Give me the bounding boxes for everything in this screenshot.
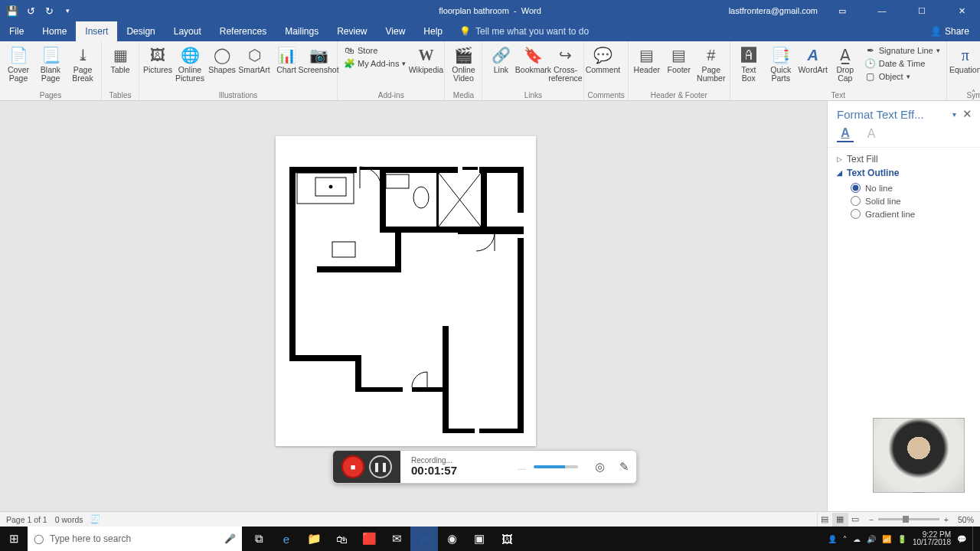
qat-more-icon[interactable]: ▾ bbox=[60, 3, 75, 18]
webcam-toggle-icon[interactable]: ◎ bbox=[590, 458, 609, 476]
screen-recorder-toolbar[interactable]: ■ ❚❚ Recording... 00:01:57 .... ◎ ✎ bbox=[332, 450, 637, 484]
bookmark-button[interactable]: 🔖Bookmark bbox=[518, 43, 548, 74]
close-icon[interactable]: ✕ bbox=[946, 0, 977, 21]
battery-icon[interactable]: 🔋 bbox=[897, 535, 906, 543]
panel-close-icon[interactable]: ✕ bbox=[962, 107, 972, 121]
webcam-preview[interactable] bbox=[873, 418, 965, 493]
file-explorer-icon[interactable]: 📁 bbox=[300, 527, 328, 551]
save-icon[interactable]: 💾 bbox=[5, 3, 20, 18]
cross-reference-button[interactable]: ↪Cross- reference bbox=[550, 43, 580, 83]
table-button[interactable]: ▦Table bbox=[105, 43, 136, 74]
start-button[interactable]: ⊞ bbox=[0, 527, 28, 551]
mic-icon[interactable]: 🎤 bbox=[224, 533, 236, 544]
tab-references[interactable]: References bbox=[211, 21, 276, 41]
zoom-control[interactable]: − + 50% bbox=[869, 515, 974, 524]
redo-icon[interactable]: ↻ bbox=[41, 3, 57, 18]
show-desktop[interactable] bbox=[972, 527, 977, 551]
header-button[interactable]: ▤Header bbox=[632, 43, 662, 74]
tab-mailings[interactable]: Mailings bbox=[276, 21, 328, 41]
floorplan-image[interactable] bbox=[283, 144, 528, 435]
chrome-icon[interactable]: ◉ bbox=[438, 527, 466, 551]
account-email[interactable]: lastfrontera@gmail.com bbox=[729, 6, 818, 15]
tab-insert[interactable]: Insert bbox=[76, 21, 117, 41]
spellcheck-icon[interactable]: 🧾 bbox=[90, 514, 100, 524]
shapes-button[interactable]: ◯Shapes bbox=[207, 43, 237, 74]
record-pause-button[interactable]: ❚❚ bbox=[369, 455, 392, 478]
radio-no-line[interactable]: No line bbox=[851, 183, 971, 193]
blank-page-button[interactable]: 📃Blank Page bbox=[35, 43, 66, 83]
photos-icon[interactable]: 🖼 bbox=[493, 527, 521, 551]
section-text-fill[interactable]: ▷Text Fill bbox=[837, 152, 971, 166]
clock[interactable]: 9:22 PM 10/17/2018 bbox=[913, 531, 951, 546]
people-icon[interactable]: 👤 bbox=[828, 535, 837, 543]
tell-me-search[interactable]: 💡 Tell me what you want to do bbox=[459, 21, 589, 41]
page[interactable] bbox=[276, 136, 536, 446]
store-icon[interactable]: 🛍 bbox=[328, 527, 355, 551]
tab-file[interactable]: File bbox=[0, 21, 33, 41]
volume-slider[interactable] bbox=[534, 465, 578, 468]
store-button[interactable]: 🛍Store bbox=[341, 44, 409, 57]
maximize-icon[interactable]: ☐ bbox=[906, 0, 937, 21]
radio-solid-line[interactable]: Solid line bbox=[851, 196, 971, 206]
screenshot-button[interactable]: 📷Screenshot bbox=[303, 43, 334, 74]
section-text-outline[interactable]: ◢Text Outline bbox=[837, 166, 971, 180]
collapse-ribbon-icon[interactable]: ˄ bbox=[972, 89, 975, 97]
edge-icon[interactable]: e bbox=[273, 527, 300, 551]
tab-review[interactable]: Review bbox=[328, 21, 376, 41]
share-button[interactable]: 👤 Share bbox=[930, 21, 980, 41]
tab-layout[interactable]: Layout bbox=[165, 21, 211, 41]
app2-icon[interactable]: ▣ bbox=[466, 527, 493, 551]
minimize-icon[interactable]: — bbox=[867, 0, 897, 21]
wordart-button[interactable]: AWordArt bbox=[798, 43, 828, 74]
tab-design[interactable]: Design bbox=[117, 21, 164, 41]
zoom-level[interactable]: 50% bbox=[958, 515, 974, 524]
mail-icon[interactable]: ✉ bbox=[383, 527, 410, 551]
zoom-in-icon[interactable]: + bbox=[944, 515, 949, 524]
panel-menu-icon[interactable]: ▾ bbox=[952, 110, 956, 119]
view-web-layout-icon[interactable]: ▭ bbox=[848, 513, 863, 527]
task-view-icon[interactable]: ⧉ bbox=[245, 527, 273, 551]
link-button[interactable]: 🔗Link bbox=[485, 43, 516, 74]
my-addins-button[interactable]: 🧩My Add-ins▾ bbox=[341, 57, 409, 70]
tab-help[interactable]: Help bbox=[414, 21, 452, 41]
tab-text-fill-outline-icon[interactable]: A bbox=[837, 126, 854, 142]
tab-home[interactable]: Home bbox=[33, 21, 76, 41]
page-break-button[interactable]: ⤓Page Break bbox=[67, 43, 98, 83]
notifications-icon[interactable]: 💬 bbox=[957, 535, 966, 543]
status-page[interactable]: Page 1 of 1 bbox=[6, 515, 47, 524]
ribbon-display-icon[interactable]: ▭ bbox=[827, 0, 858, 21]
quick-parts-button[interactable]: 📑Quick Parts bbox=[766, 43, 796, 83]
object-button[interactable]: ▢Object▾ bbox=[862, 70, 943, 83]
more-icon[interactable]: .... bbox=[518, 463, 526, 471]
volume-icon[interactable]: 🔊 bbox=[867, 535, 876, 543]
smartart-button[interactable]: ⬡SmartArt bbox=[239, 43, 270, 74]
drop-cap-button[interactable]: A̲Drop Cap bbox=[830, 43, 861, 83]
signature-line-button[interactable]: ✒Signature Line▾ bbox=[862, 44, 943, 57]
onedrive-icon[interactable]: ☁ bbox=[853, 535, 861, 543]
comment-button[interactable]: 💬Comment bbox=[587, 43, 618, 74]
wikipedia-button[interactable]: WWikipedia bbox=[410, 43, 441, 74]
pictures-button[interactable]: 🖼Pictures bbox=[142, 43, 173, 74]
record-stop-button[interactable]: ■ bbox=[341, 455, 364, 478]
cover-page-button[interactable]: 📄Cover Page bbox=[3, 43, 34, 83]
tab-text-effects-icon[interactable]: A bbox=[863, 126, 880, 142]
chart-button[interactable]: 📊Chart bbox=[271, 43, 302, 74]
zoom-out-icon[interactable]: − bbox=[869, 515, 874, 524]
online-video-button[interactable]: 🎬Online Video bbox=[448, 43, 479, 83]
date-time-button[interactable]: 🕒Date & Time bbox=[862, 57, 943, 70]
page-number-button[interactable]: #Page Number bbox=[696, 43, 727, 83]
annotate-pencil-icon[interactable]: ✎ bbox=[615, 458, 633, 476]
app-icon[interactable]: 🟥 bbox=[355, 527, 383, 551]
undo-icon[interactable]: ↺ bbox=[23, 3, 38, 18]
online-pictures-button[interactable]: 🌐Online Pictures bbox=[175, 43, 205, 83]
radio-gradient-line[interactable]: Gradient line bbox=[851, 209, 971, 219]
network-icon[interactable]: 📶 bbox=[882, 535, 891, 543]
view-read-mode-icon[interactable]: ▤ bbox=[817, 513, 832, 527]
taskbar-search[interactable]: ◯ Type here to search 🎤 bbox=[28, 527, 242, 551]
word-app-icon[interactable]: W bbox=[410, 527, 438, 551]
tray-up-icon[interactable]: ˄ bbox=[843, 535, 847, 543]
footer-button[interactable]: ▤Footer bbox=[664, 43, 694, 74]
view-print-layout-icon[interactable]: ▦ bbox=[832, 513, 848, 527]
equation-button[interactable]: πEquation bbox=[950, 43, 980, 74]
status-words[interactable]: 0 words bbox=[55, 515, 83, 524]
